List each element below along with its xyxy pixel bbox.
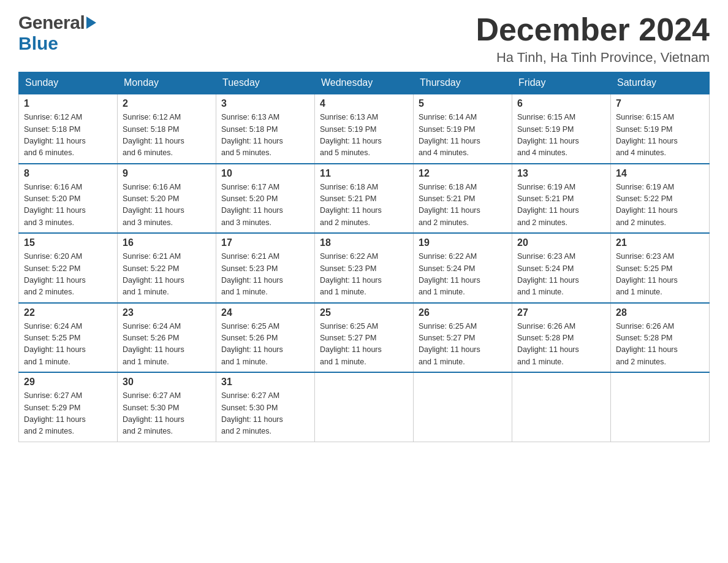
calendar-cell: 15Sunrise: 6:20 AMSunset: 5:22 PMDayligh…	[19, 233, 118, 303]
day-info: Sunrise: 6:27 AMSunset: 5:30 PMDaylight:…	[221, 390, 309, 438]
calendar-week-row: 15Sunrise: 6:20 AMSunset: 5:22 PMDayligh…	[19, 233, 710, 303]
calendar-week-row: 8Sunrise: 6:16 AMSunset: 5:20 PMDaylight…	[19, 164, 710, 234]
calendar-header-row: SundayMondayTuesdayWednesdayThursdayFrid…	[19, 72, 710, 94]
day-info: Sunrise: 6:19 AMSunset: 5:21 PMDaylight:…	[517, 182, 605, 229]
calendar-day-header: Thursday	[414, 72, 512, 94]
day-info: Sunrise: 6:16 AMSunset: 5:20 PMDaylight:…	[123, 182, 211, 229]
day-info: Sunrise: 6:15 AMSunset: 5:19 PMDaylight:…	[616, 112, 704, 159]
calendar-table: SundayMondayTuesdayWednesdayThursdayFrid…	[18, 72, 710, 442]
calendar-cell: 24Sunrise: 6:25 AMSunset: 5:26 PMDayligh…	[216, 303, 315, 373]
day-info: Sunrise: 6:18 AMSunset: 5:21 PMDaylight:…	[419, 182, 507, 229]
day-number: 14	[616, 168, 704, 179]
day-info: Sunrise: 6:23 AMSunset: 5:25 PMDaylight:…	[616, 251, 704, 299]
calendar-day-header: Monday	[118, 72, 216, 94]
day-info: Sunrise: 6:21 AMSunset: 5:22 PMDaylight:…	[123, 251, 211, 299]
calendar-cell: 4Sunrise: 6:13 AMSunset: 5:19 PMDaylight…	[315, 94, 414, 164]
day-info: Sunrise: 6:26 AMSunset: 5:28 PMDaylight:…	[517, 321, 605, 369]
day-number: 17	[221, 237, 309, 248]
day-info: Sunrise: 6:14 AMSunset: 5:19 PMDaylight:…	[419, 112, 507, 159]
calendar-cell: 14Sunrise: 6:19 AMSunset: 5:22 PMDayligh…	[611, 164, 710, 234]
day-number: 27	[517, 307, 605, 318]
calendar-cell: 31Sunrise: 6:27 AMSunset: 5:30 PMDayligh…	[216, 372, 315, 442]
day-number: 3	[221, 98, 309, 109]
calendar-week-row: 22Sunrise: 6:24 AMSunset: 5:25 PMDayligh…	[19, 303, 710, 373]
calendar-day-header: Saturday	[611, 72, 710, 94]
calendar-week-row: 1Sunrise: 6:12 AMSunset: 5:18 PMDaylight…	[19, 94, 710, 164]
calendar-cell: 9Sunrise: 6:16 AMSunset: 5:20 PMDaylight…	[118, 164, 216, 234]
day-info: Sunrise: 6:15 AMSunset: 5:19 PMDaylight:…	[517, 112, 605, 159]
day-number: 31	[221, 377, 309, 388]
day-number: 9	[123, 168, 211, 179]
day-number: 11	[320, 168, 408, 179]
day-number: 26	[419, 307, 507, 318]
title-section: December 2024 Ha Tinh, Ha Tinh Province,…	[476, 12, 710, 66]
calendar-week-row: 29Sunrise: 6:27 AMSunset: 5:29 PMDayligh…	[19, 372, 710, 442]
day-info: Sunrise: 6:16 AMSunset: 5:20 PMDaylight:…	[24, 182, 112, 229]
calendar-day-header: Friday	[512, 72, 611, 94]
day-number: 24	[221, 307, 309, 318]
calendar-cell: 12Sunrise: 6:18 AMSunset: 5:21 PMDayligh…	[414, 164, 512, 234]
calendar-cell: 25Sunrise: 6:25 AMSunset: 5:27 PMDayligh…	[315, 303, 414, 373]
day-info: Sunrise: 6:13 AMSunset: 5:18 PMDaylight:…	[221, 112, 309, 159]
calendar-cell: 18Sunrise: 6:22 AMSunset: 5:23 PMDayligh…	[315, 233, 414, 303]
calendar-cell	[414, 372, 512, 442]
calendar-cell: 17Sunrise: 6:21 AMSunset: 5:23 PMDayligh…	[216, 233, 315, 303]
day-number: 7	[616, 98, 704, 109]
day-info: Sunrise: 6:12 AMSunset: 5:18 PMDaylight:…	[123, 112, 211, 159]
calendar-cell: 26Sunrise: 6:25 AMSunset: 5:27 PMDayligh…	[414, 303, 512, 373]
day-number: 20	[517, 237, 605, 248]
location-text: Ha Tinh, Ha Tinh Province, Vietnam	[476, 50, 710, 66]
logo-arrow-icon	[86, 17, 96, 29]
calendar-day-header: Tuesday	[216, 72, 315, 94]
calendar-cell: 13Sunrise: 6:19 AMSunset: 5:21 PMDayligh…	[512, 164, 611, 234]
day-info: Sunrise: 6:25 AMSunset: 5:26 PMDaylight:…	[221, 321, 309, 369]
logo-general-text: General	[18, 12, 85, 33]
day-number: 1	[24, 98, 112, 109]
calendar-cell	[512, 372, 611, 442]
month-title: December 2024	[476, 12, 710, 47]
day-info: Sunrise: 6:24 AMSunset: 5:26 PMDaylight:…	[123, 321, 211, 369]
day-info: Sunrise: 6:25 AMSunset: 5:27 PMDaylight:…	[419, 321, 507, 369]
day-info: Sunrise: 6:17 AMSunset: 5:20 PMDaylight:…	[221, 182, 309, 229]
day-number: 4	[320, 98, 408, 109]
day-info: Sunrise: 6:13 AMSunset: 5:19 PMDaylight:…	[320, 112, 408, 159]
day-info: Sunrise: 6:27 AMSunset: 5:30 PMDaylight:…	[123, 390, 211, 438]
calendar-cell: 20Sunrise: 6:23 AMSunset: 5:24 PMDayligh…	[512, 233, 611, 303]
day-number: 16	[123, 237, 211, 248]
calendar-cell: 8Sunrise: 6:16 AMSunset: 5:20 PMDaylight…	[19, 164, 118, 234]
day-info: Sunrise: 6:21 AMSunset: 5:23 PMDaylight:…	[221, 251, 309, 299]
day-info: Sunrise: 6:26 AMSunset: 5:28 PMDaylight:…	[616, 321, 704, 369]
day-number: 25	[320, 307, 408, 318]
day-number: 22	[24, 307, 112, 318]
calendar-day-header: Wednesday	[315, 72, 414, 94]
logo-blue-text: Blue	[18, 33, 96, 54]
calendar-cell: 16Sunrise: 6:21 AMSunset: 5:22 PMDayligh…	[118, 233, 216, 303]
day-number: 10	[221, 168, 309, 179]
day-number: 13	[517, 168, 605, 179]
day-info: Sunrise: 6:12 AMSunset: 5:18 PMDaylight:…	[24, 112, 112, 159]
calendar-cell: 22Sunrise: 6:24 AMSunset: 5:25 PMDayligh…	[19, 303, 118, 373]
calendar-cell: 11Sunrise: 6:18 AMSunset: 5:21 PMDayligh…	[315, 164, 414, 234]
day-info: Sunrise: 6:20 AMSunset: 5:22 PMDaylight:…	[24, 251, 112, 299]
logo: General Blue	[18, 12, 96, 54]
calendar-cell: 1Sunrise: 6:12 AMSunset: 5:18 PMDaylight…	[19, 94, 118, 164]
day-number: 15	[24, 237, 112, 248]
day-number: 6	[517, 98, 605, 109]
day-number: 12	[419, 168, 507, 179]
calendar-body: 1Sunrise: 6:12 AMSunset: 5:18 PMDaylight…	[19, 94, 710, 442]
day-info: Sunrise: 6:22 AMSunset: 5:24 PMDaylight:…	[419, 251, 507, 299]
calendar-day-header: Sunday	[19, 72, 118, 94]
calendar-cell: 29Sunrise: 6:27 AMSunset: 5:29 PMDayligh…	[19, 372, 118, 442]
day-info: Sunrise: 6:23 AMSunset: 5:24 PMDaylight:…	[517, 251, 605, 299]
day-number: 2	[123, 98, 211, 109]
day-info: Sunrise: 6:27 AMSunset: 5:29 PMDaylight:…	[24, 390, 112, 438]
day-info: Sunrise: 6:19 AMSunset: 5:22 PMDaylight:…	[616, 182, 704, 229]
calendar-cell: 27Sunrise: 6:26 AMSunset: 5:28 PMDayligh…	[512, 303, 611, 373]
calendar-cell: 7Sunrise: 6:15 AMSunset: 5:19 PMDaylight…	[611, 94, 710, 164]
calendar-cell: 10Sunrise: 6:17 AMSunset: 5:20 PMDayligh…	[216, 164, 315, 234]
calendar-cell: 3Sunrise: 6:13 AMSunset: 5:18 PMDaylight…	[216, 94, 315, 164]
calendar-cell: 30Sunrise: 6:27 AMSunset: 5:30 PMDayligh…	[118, 372, 216, 442]
calendar-cell: 19Sunrise: 6:22 AMSunset: 5:24 PMDayligh…	[414, 233, 512, 303]
day-info: Sunrise: 6:25 AMSunset: 5:27 PMDaylight:…	[320, 321, 408, 369]
calendar-cell: 23Sunrise: 6:24 AMSunset: 5:26 PMDayligh…	[118, 303, 216, 373]
